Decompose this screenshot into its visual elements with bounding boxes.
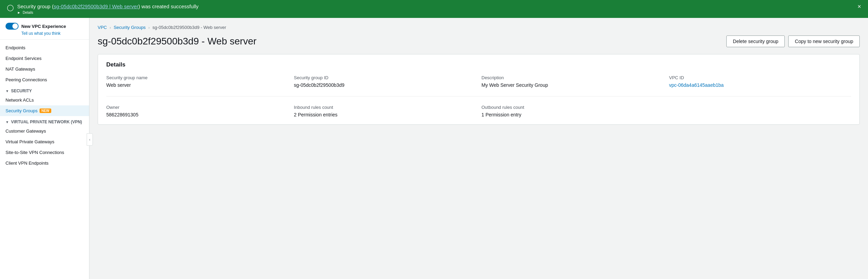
sg-name-label: Security group name [106, 75, 289, 80]
success-details-toggle[interactable]: ► Details [17, 11, 198, 14]
owner-value: 586228691305 [106, 112, 289, 117]
page-header: sg-05dc0b2f29500b3d9 - Web server Delete… [98, 35, 860, 47]
breadcrumb-current: sg-05dc0b2f29500b3d9 - Web server [152, 25, 226, 30]
sidebar-item-security-groups[interactable]: Security Groups New [0, 105, 89, 116]
breadcrumb: VPC › Security Groups › sg-05dc0b2f29500… [98, 25, 860, 30]
details-field-inbound-count: Inbound rules count 2 Permission entries [294, 105, 476, 117]
sidebar-collapse-button[interactable]: ‹ [87, 133, 93, 146]
security-arrow-icon: ▼ [6, 89, 9, 93]
details-field-sg-name: Security group name Web server [106, 75, 289, 88]
sg-id-value: sg-05dc0b2f29500b3d9 [294, 82, 476, 88]
delete-security-group-button[interactable]: Delete security group [726, 35, 785, 47]
copy-security-group-button[interactable]: Copy to new security group [788, 35, 860, 47]
page-title: sg-05dc0b2f29500b3d9 - Web server [98, 36, 257, 47]
outbound-count-label: Outbound rules count [481, 105, 664, 110]
sidebar-top: New VPC Experience Tell us what you thin… [0, 18, 89, 40]
main-content: VPC › Security Groups › sg-05dc0b2f29500… [89, 18, 868, 279]
details-field-vpc-id: VPC ID vpc-06da4a6145aaeb1ba [669, 75, 851, 88]
sidebar-item-nat-gateways[interactable]: NAT Gateways [0, 64, 89, 74]
toggle-row: New VPC Experience [6, 23, 84, 30]
description-label: Description [481, 75, 664, 80]
sg-id-label: Security group ID [294, 75, 476, 80]
breadcrumb-security-groups[interactable]: Security Groups [113, 25, 145, 30]
sidebar-item-endpoint-services[interactable]: Endpoint Services [0, 53, 89, 64]
toggle-label: New VPC Experience [21, 24, 66, 29]
sidebar-nav: Endpoints Endpoint Services NAT Gateways… [0, 40, 89, 171]
details-field-empty [669, 105, 851, 117]
details-field-owner: Owner 586228691305 [106, 105, 289, 117]
sidebar-item-customer-gateways[interactable]: Customer Gateways [0, 126, 89, 136]
breadcrumb-vpc[interactable]: VPC [98, 25, 107, 30]
sidebar-item-client-vpn[interactable]: Client VPN Endpoints [0, 158, 89, 168]
vpc-id-label: VPC ID [669, 75, 851, 80]
new-badge: New [40, 108, 51, 113]
success-sg-link[interactable]: sg-05dc0b2f29500b3d9 | Web server [54, 3, 138, 9]
details-divider [106, 96, 851, 96]
breadcrumb-sep-1: › [110, 25, 111, 30]
new-vpc-toggle[interactable] [6, 23, 19, 30]
success-banner: ◯ Security group (sg-05dc0b2f29500b3d9 |… [0, 0, 868, 18]
page-actions: Delete security group Copy to new securi… [726, 35, 860, 47]
breadcrumb-sep-2: › [149, 25, 150, 30]
sidebar: New VPC Experience Tell us what you thin… [0, 18, 89, 279]
success-icon: ◯ [7, 4, 14, 11]
security-section-header[interactable]: ▼ SECURITY [0, 85, 89, 95]
description-value: My Web Server Security Group [481, 82, 664, 88]
outbound-count-value: 1 Permission entry [481, 112, 664, 117]
details-card: Details Security group name Web server S… [98, 54, 860, 125]
vpc-id-value: vpc-06da4a6145aaeb1ba [669, 82, 851, 88]
inbound-count-label: Inbound rules count [294, 105, 476, 110]
owner-label: Owner [106, 105, 289, 110]
details-section-title: Details [106, 61, 851, 68]
vpn-section-header[interactable]: ▼ VIRTUAL PRIVATE NETWORK (VPN) [0, 116, 89, 126]
vpc-id-link[interactable]: vpc-06da4a6145aaeb1ba [669, 82, 724, 88]
details-field-outbound-count: Outbound rules count 1 Permission entry [481, 105, 664, 117]
sidebar-item-network-acls[interactable]: Network ACLs [0, 95, 89, 105]
sidebar-item-site-to-site-vpn[interactable]: Site-to-Site VPN Connections [0, 147, 89, 158]
success-message: Security group (sg-05dc0b2f29500b3d9 | W… [17, 3, 198, 9]
sidebar-item-peering-connections[interactable]: Peering Connections [0, 74, 89, 85]
details-arrow-icon: ► [17, 11, 21, 14]
sg-name-value: Web server [106, 82, 289, 88]
details-grid: Security group name Web server Security … [106, 75, 851, 117]
inbound-count-value: 2 Permission entries [294, 112, 476, 117]
sidebar-item-virtual-private-gateways[interactable]: Virtual Private Gateways [0, 136, 89, 147]
banner-close-button[interactable]: × [857, 3, 861, 10]
vpn-arrow-icon: ▼ [6, 120, 9, 124]
toggle-feedback-link[interactable]: Tell us what you think [21, 31, 84, 36]
sidebar-item-endpoints[interactable]: Endpoints [0, 42, 89, 53]
details-field-description: Description My Web Server Security Group [481, 75, 664, 88]
details-field-sg-id: Security group ID sg-05dc0b2f29500b3d9 [294, 75, 476, 88]
